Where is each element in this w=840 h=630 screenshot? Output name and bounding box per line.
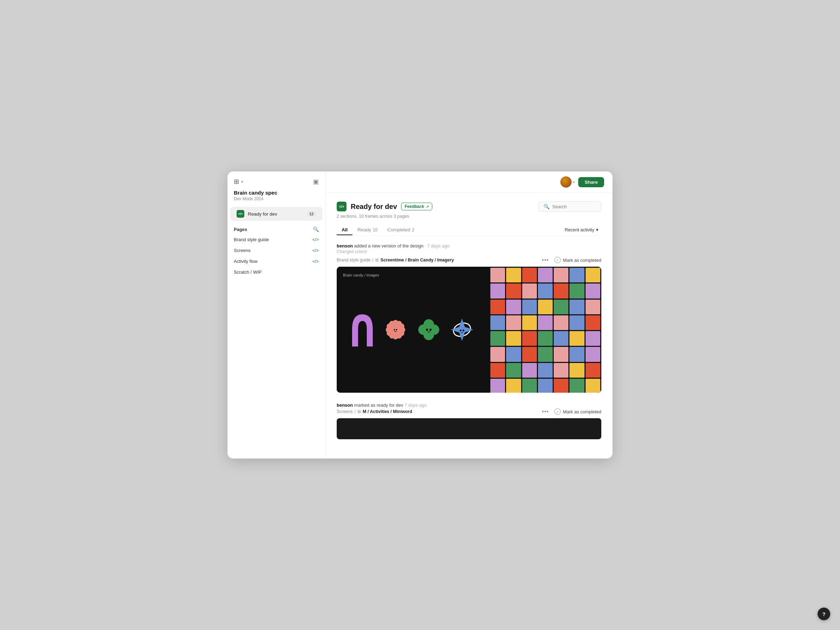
sidebar-page-brand[interactable]: Brand style guide </> [227,234,325,245]
page-dev-badge: </> [337,202,346,212]
activity-item-1: benson added a new version of the design… [337,243,601,393]
layout-icon[interactable]: ▣ [313,178,319,185]
color-cell [490,347,505,362]
color-cell [490,379,505,393]
frame-name-2: M / Activities / Miniword [363,409,412,414]
color-grid [489,267,601,393]
svg-point-7 [394,329,395,330]
color-cell [522,347,537,362]
color-cell [554,379,568,393]
tab-completed[interactable]: Completed 2 [382,225,419,235]
svg-point-13 [426,328,428,331]
project-subtitle: Dev Mode 2024 [227,196,325,207]
color-cell [506,315,521,330]
logo-chevron[interactable]: ▾ [241,180,243,184]
flower-shape [381,315,411,345]
activity-user-2: benson [337,403,353,408]
color-cell [506,379,521,393]
color-cell [538,300,553,314]
frame-preview-1: Brain candy / Images [337,267,601,393]
sidebar-page-activity[interactable]: Activity flow </> [227,256,325,267]
tab-all[interactable]: All [337,225,352,235]
page-label-scratch: Scratch / WIP [234,270,261,275]
color-cell [522,315,537,330]
star-shape [447,315,477,345]
tab-all-label: All [342,227,347,232]
pages-section-header: Pages 🔍 [227,221,325,234]
dev-icon-screens: </> [312,248,319,253]
color-cell [554,315,568,330]
color-cell [586,363,600,377]
path-screens-2: Screens [337,409,353,414]
clover-shape [416,317,442,343]
color-cell [538,379,553,393]
dev-icon-activity: </> [312,259,319,264]
activity-action-1: added a new version of the design [354,243,423,248]
page-subtitle: 2 sections, 10 frames across 3 pages [337,214,601,219]
color-cell [522,284,537,298]
sidebar-header: ⊞ ▾ ▣ [227,172,325,190]
color-cell [538,284,553,298]
sort-chevron-icon: ▾ [596,227,598,232]
color-cell [554,284,568,298]
color-cell [554,363,568,377]
activity-user-1: benson [337,243,353,248]
color-cell [490,284,505,298]
tab-completed-count: 2 [412,227,414,232]
more-dots-button-1[interactable]: ••• [542,257,549,263]
color-cell [522,300,537,314]
frame-icon-2: ⊞ [357,409,361,414]
help-label: ? [822,611,825,617]
avatar [561,177,572,188]
sidebar-logo[interactable]: ⊞ ▾ [234,178,243,185]
sidebar: ⊞ ▾ ▣ Brain candy spec Dev Mode 2024 </>… [227,172,325,458]
color-cell [490,315,505,330]
color-cell [586,300,600,314]
color-cell [538,315,553,330]
preview-title: Brain candy / Images [343,273,379,277]
avatar-button[interactable]: ▾ [561,177,575,188]
color-cell [538,363,553,377]
svg-point-6 [392,326,399,333]
color-cell [586,331,600,346]
color-cell [522,268,537,283]
preview-left: Brain candy / Images [337,267,489,393]
color-cell [586,315,600,330]
pages-search-icon[interactable]: 🔍 [313,226,319,232]
frame-icon-1: ⊞ [375,257,379,262]
feedback-label: Feedback [404,204,424,209]
tab-ready-count: 10 [373,227,377,232]
avatar-chevron: ▾ [573,180,575,184]
grid-icon: ⊞ [234,178,239,185]
mark-completed-button-1[interactable]: ✓ Mark as completed [554,257,601,263]
tab-completed-label: Completed [387,227,410,232]
shapes-container [344,274,482,386]
tab-ready[interactable]: Ready 10 [352,225,382,235]
sidebar-item-ready-for-dev[interactable]: </> Ready for dev 12 [230,207,322,221]
sidebar-nav-label: Ready for dev [248,212,277,217]
color-cell [554,331,568,346]
activity-meta-1: benson added a new version of the design… [337,243,601,248]
sidebar-page-screens[interactable]: Screens </> [227,245,325,256]
more-dots-button-2[interactable]: ••• [542,409,549,415]
help-button[interactable]: ? [818,608,830,620]
sort-button[interactable]: Recent activity ▾ [562,226,601,234]
color-cell [522,331,537,346]
tabs-row: All Ready 10 Completed 2 Recent activity… [337,225,601,235]
page-title-row: </> Ready for dev Feedback ↗ [337,202,432,212]
activity-item-2: benson marked as ready for dev 7 days ag… [337,403,601,439]
color-cell [506,331,521,346]
search-bar[interactable]: 🔍 [538,201,601,212]
main-body: </> Ready for dev Feedback ↗ 🔍 2 section… [325,193,613,458]
mark-completed-button-2[interactable]: ✓ Mark as completed [554,409,601,415]
page-header: </> Ready for dev Feedback ↗ 🔍 [337,201,601,212]
search-input[interactable] [552,204,594,209]
color-cell [490,331,505,346]
topbar: ▾ Share [325,172,613,193]
svg-point-16 [459,329,461,331]
feedback-badge[interactable]: Feedback ↗ [401,203,432,210]
page-label-brand: Brand style guide [234,237,269,242]
share-button[interactable]: Share [578,177,604,187]
brain-candy-preview: Brain candy / Images [337,267,601,393]
sidebar-page-scratch[interactable]: Scratch / WIP [227,267,325,278]
